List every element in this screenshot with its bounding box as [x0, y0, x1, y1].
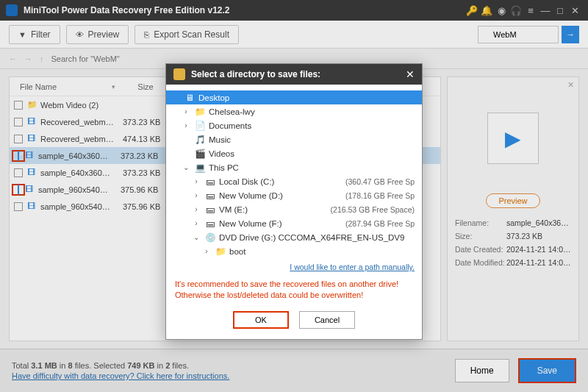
expand-icon[interactable]: › — [191, 191, 201, 199]
tree-node-local-c[interactable]: ›🖴Local Disk (C:)(360.47 GB Free Sp — [171, 174, 417, 188]
expand-icon[interactable]: › — [191, 177, 201, 185]
folder-icon: 📁 — [194, 107, 206, 117]
dialog-ok-button[interactable]: OK — [233, 311, 289, 329]
collapse-icon[interactable]: ⌄ — [191, 233, 201, 241]
tree-node-documents[interactable]: ›📄Documents — [171, 118, 417, 132]
save-directory-dialog: Select a directory to save files: ✕ 🖥Des… — [165, 63, 423, 340]
dialog-logo — [173, 68, 185, 80]
tree-node-vm-e[interactable]: ›🖴VM (E:)(216.53 GB Free Space) — [171, 202, 417, 216]
folder-icon: 📁 — [215, 246, 226, 257]
pc-icon: 💻 — [194, 163, 206, 173]
tree-node-user[interactable]: ›📁Chelsea-lwy — [171, 104, 417, 118]
tree-node-boot[interactable]: ›📁boot — [171, 244, 417, 258]
expand-icon[interactable]: › — [191, 205, 201, 213]
expand-icon[interactable]: › — [201, 247, 212, 255]
collapse-icon[interactable]: ⌄ — [181, 163, 191, 171]
tree-node-vol-f[interactable]: ›🖴New Volume (F:)(287.94 GB Free Sp — [171, 216, 417, 230]
tree-node-music[interactable]: 🎵Music — [171, 132, 417, 146]
expand-icon[interactable]: › — [181, 121, 191, 129]
dvd-icon: 💿 — [204, 232, 216, 243]
tree-node-videos[interactable]: 🎬Videos — [171, 146, 417, 160]
manual-path-link[interactable]: I would like to enter a path manually. — [290, 263, 415, 271]
tree-node-dvd-g[interactable]: ⌄💿DVD Drive (G:) CCCOMA_X64FRE_EN-US_DV9 — [171, 230, 417, 244]
directory-tree[interactable]: 🖥Desktop ›📁Chelsea-lwy ›📄Documents 🎵Musi… — [166, 85, 422, 261]
documents-icon: 📄 — [194, 121, 206, 131]
dialog-title: Select a directory to save files: — [191, 69, 400, 79]
drive-icon: 🖴 — [204, 190, 216, 201]
tree-node-thispc[interactable]: ⌄💻This PC — [171, 160, 417, 174]
dialog-cancel-button[interactable]: Cancel — [299, 311, 355, 329]
expand-icon[interactable]: › — [181, 107, 191, 115]
music-icon: 🎵 — [194, 135, 206, 145]
tree-node-vol-d[interactable]: ›🖴New Volume (D:)(178.16 GB Free Sp — [171, 188, 417, 202]
drive-icon: 🖴 — [204, 218, 216, 229]
videos-icon: 🎬 — [194, 149, 206, 159]
dialog-titlebar: Select a directory to save files: ✕ — [166, 64, 422, 85]
drive-icon: 🖴 — [204, 177, 216, 187]
drive-icon: 🖴 — [204, 204, 216, 215]
expand-icon[interactable]: › — [191, 219, 201, 227]
dialog-close-icon[interactable]: ✕ — [406, 68, 415, 80]
dialog-warning: It's recommended to save the recovered f… — [166, 276, 422, 307]
tree-node-desktop[interactable]: 🖥Desktop — [166, 90, 422, 104]
desktop-icon: 🖥 — [184, 93, 196, 103]
